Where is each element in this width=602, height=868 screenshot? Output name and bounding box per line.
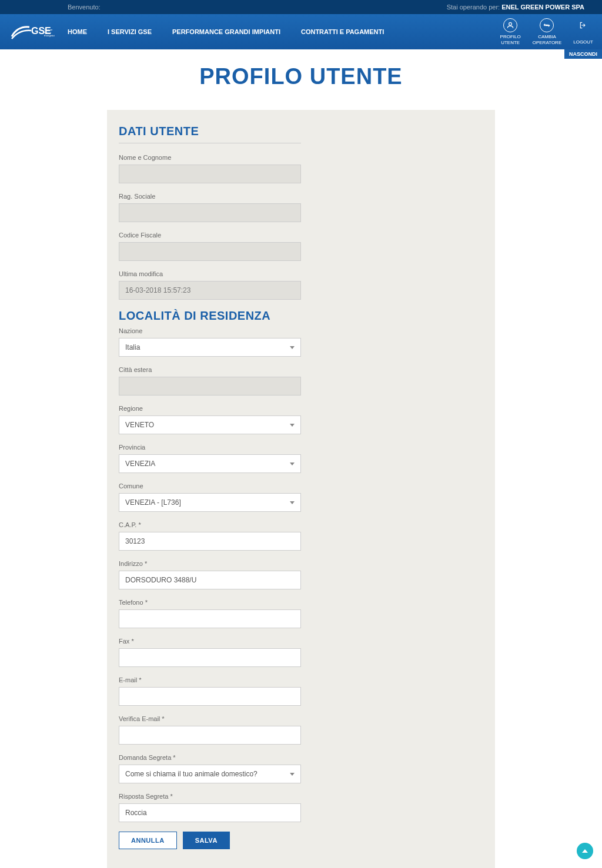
section-localita: LOCALITÀ DI RESIDENZA	[119, 309, 301, 323]
label-telefono: Telefono *	[119, 599, 301, 606]
label-indirizzo: Indirizzo *	[119, 560, 301, 567]
nav-right: PROFILO UTENTE CAMBIA OPERATORE LOGOUT	[500, 18, 593, 45]
input-email[interactable]	[119, 687, 301, 706]
input-nome	[119, 165, 301, 183]
select-nazione[interactable]: Italia	[119, 338, 301, 357]
nav-contratti[interactable]: CONTRATTI E PAGAMENTI	[301, 28, 384, 35]
label-nazione: Nazione	[119, 327, 301, 334]
nav-logout[interactable]: LOGOUT	[573, 18, 593, 45]
nav-profilo-utente[interactable]: PROFILO UTENTE	[500, 18, 521, 45]
welcome-text: Benvenuto:	[68, 4, 101, 11]
gse-logo[interactable]: GSEGestoreServiziEnergetici	[9, 20, 56, 43]
chevron-down-icon	[290, 424, 295, 427]
nav-performance[interactable]: PERFORMANCE GRANDI IMPIANTI	[172, 28, 280, 35]
divider	[119, 143, 301, 143]
input-ultima-modifica	[119, 281, 301, 300]
nav-links: HOME I SERVIZI GSE PERFORMANCE GRANDI IM…	[68, 28, 384, 35]
section-dati-utente: DATI UTENTE	[119, 125, 301, 138]
input-verifica-email[interactable]	[119, 726, 301, 745]
label-nome: Nome e Cognome	[119, 154, 301, 161]
select-comune[interactable]: VENEZIA - [L736]	[119, 493, 301, 512]
input-fax[interactable]	[119, 648, 301, 667]
label-ultima-modifica: Ultima modifica	[119, 270, 301, 277]
user-icon	[503, 18, 517, 32]
input-codice-fiscale	[119, 242, 301, 261]
swap-icon	[540, 18, 554, 32]
topbar: Benvenuto: Stai operando per: ENEL GREEN…	[0, 0, 602, 14]
nav-cambia-operatore[interactable]: CAMBIA OPERATORE	[533, 18, 562, 45]
nascondi-tab[interactable]: NASCONDI	[564, 49, 602, 59]
select-provincia[interactable]: VENEZIA	[119, 454, 301, 473]
label-fax: Fax *	[119, 638, 301, 645]
label-provincia: Provincia	[119, 444, 301, 451]
input-citta-estera	[119, 377, 301, 396]
salva-button[interactable]: SALVA	[183, 832, 230, 849]
input-rag-sociale	[119, 203, 301, 222]
label-citta-estera: Città estera	[119, 366, 301, 373]
nav-servizi[interactable]: I SERVIZI GSE	[108, 28, 152, 35]
scroll-to-top-button[interactable]	[577, 843, 593, 859]
input-risposta-segreta[interactable]	[119, 803, 301, 822]
annulla-button[interactable]: ANNULLA	[119, 832, 177, 849]
chevron-down-icon	[290, 501, 295, 504]
input-telefono[interactable]	[119, 609, 301, 628]
svg-point-4	[509, 22, 512, 25]
label-codice-fiscale: Codice Fiscale	[119, 232, 301, 239]
chevron-down-icon	[290, 346, 295, 349]
select-domanda-segreta[interactable]: Come si chiama il tuo animale domestico?	[119, 765, 301, 783]
logout-icon	[576, 18, 590, 32]
input-cap[interactable]	[119, 532, 301, 551]
label-verifica-email: Verifica E-mail *	[119, 715, 301, 722]
label-risposta-segreta: Risposta Segreta *	[119, 793, 301, 800]
label-email: E-mail *	[119, 676, 301, 683]
form-card: DATI UTENTE Nome e Cognome Rag. Sociale …	[107, 110, 495, 868]
operating-for: Stai operando per: ENEL GREEN POWER SPA	[447, 4, 584, 11]
page-title: PROFILO UTENTE	[0, 64, 602, 89]
svg-text:Energetici: Energetici	[44, 34, 55, 37]
label-regione: Regione	[119, 405, 301, 412]
label-rag-sociale: Rag. Sociale	[119, 193, 301, 200]
label-comune: Comune	[119, 482, 301, 490]
label-domanda-segreta: Domanda Segreta *	[119, 754, 301, 761]
input-indirizzo[interactable]	[119, 571, 301, 589]
nav-home[interactable]: HOME	[68, 28, 87, 35]
label-cap: C.A.P. *	[119, 521, 301, 528]
chevron-down-icon	[290, 463, 295, 465]
chevron-down-icon	[290, 773, 295, 776]
select-regione[interactable]: VENETO	[119, 415, 301, 434]
navbar: GSEGestoreServiziEnergetici HOME I SERVI…	[0, 14, 602, 49]
